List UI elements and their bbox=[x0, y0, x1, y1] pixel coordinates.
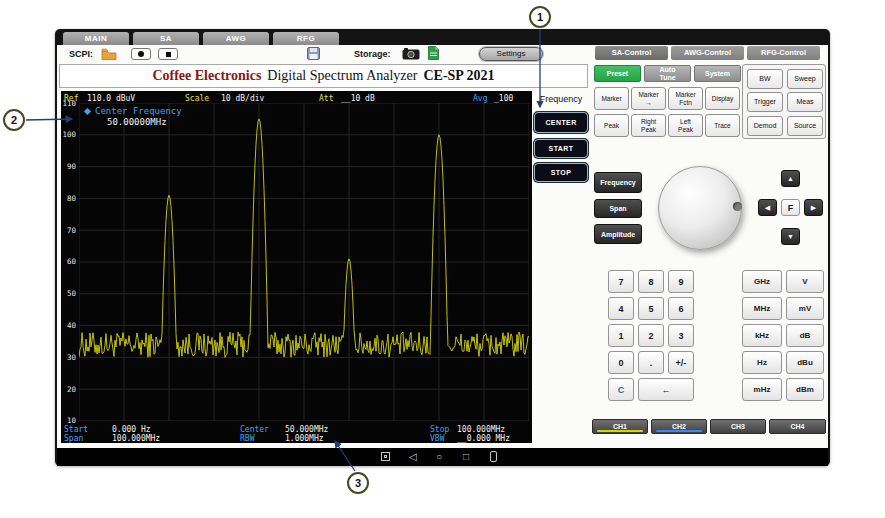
trace-button[interactable]: Trace bbox=[705, 114, 740, 137]
storage-label: Storage: bbox=[354, 49, 391, 59]
tab-awg[interactable]: AWG bbox=[203, 32, 269, 45]
export-csv-button[interactable] bbox=[428, 46, 439, 60]
marker-to-button[interactable]: Marker → bbox=[631, 87, 666, 110]
preset-button[interactable]: Preset bbox=[594, 65, 641, 82]
marker-button[interactable]: Marker bbox=[594, 87, 629, 110]
open-folder-button[interactable] bbox=[101, 47, 117, 60]
system-button[interactable]: System bbox=[694, 65, 741, 82]
center-label: Center bbox=[240, 425, 269, 434]
unit-dbm-button[interactable]: dBm bbox=[786, 378, 824, 401]
ref-value: 110.0 dBuV bbox=[87, 94, 135, 103]
home-icon[interactable]: ○ bbox=[436, 451, 442, 463]
center-frequency-button[interactable]: CENTER bbox=[534, 112, 588, 133]
title-bar: Coffee ElectronicsDigital Spectrum Analy… bbox=[59, 64, 588, 88]
key-2[interactable]: 2 bbox=[638, 324, 664, 347]
unit-dbu-button[interactable]: dBu bbox=[786, 351, 824, 374]
bw-button[interactable]: BW bbox=[747, 69, 783, 89]
save-button[interactable] bbox=[307, 47, 320, 60]
right-arrow-button[interactable]: ▶ bbox=[804, 199, 823, 216]
down-arrow-button[interactable]: ▼ bbox=[781, 228, 800, 245]
right-peak-button[interactable]: Right Peak bbox=[631, 114, 666, 137]
channel-3-button[interactable]: CH3 bbox=[710, 419, 766, 434]
unit-khz-button[interactable]: kHz bbox=[742, 324, 782, 347]
vbw-value: __0.000 MHz bbox=[457, 434, 510, 443]
tab-sa-control[interactable]: SA-Control bbox=[595, 46, 668, 60]
y-tick: 50 bbox=[61, 289, 76, 298]
record-button[interactable] bbox=[131, 48, 151, 60]
key-9[interactable]: 9 bbox=[668, 270, 694, 293]
sweep-button[interactable]: Sweep bbox=[787, 69, 823, 89]
ch1-active-indicator bbox=[597, 430, 643, 432]
source-button[interactable]: Source bbox=[787, 116, 823, 136]
peak-button[interactable]: Peak bbox=[594, 114, 629, 137]
y-tick: 100 bbox=[61, 130, 76, 139]
stop-label: Stop bbox=[430, 425, 449, 434]
stop-frequency-button[interactable]: STOP bbox=[534, 163, 588, 182]
screenshot-icon[interactable] bbox=[381, 452, 390, 461]
camera-icon bbox=[402, 48, 420, 60]
y-tick: 110 bbox=[61, 99, 76, 108]
marker-readout-value: 50.00000MHz bbox=[107, 117, 167, 127]
back-icon[interactable]: ◁ bbox=[409, 451, 417, 463]
auto-tune-button[interactable]: Auto Tune bbox=[644, 65, 691, 82]
tab-rfg[interactable]: RFG bbox=[273, 32, 339, 45]
unit-mv-button[interactable]: mV bbox=[786, 297, 824, 320]
start-frequency-button[interactable]: START bbox=[534, 139, 588, 158]
recents-icon[interactable]: □ bbox=[463, 451, 469, 463]
channel-2-button[interactable]: CH2 bbox=[651, 419, 707, 434]
key-5[interactable]: 5 bbox=[638, 297, 664, 320]
display-button[interactable]: Display bbox=[705, 87, 740, 110]
unit-mhz-button[interactable]: MHz bbox=[742, 297, 782, 320]
y-tick: 30 bbox=[61, 353, 76, 362]
key-plus-minus[interactable]: +/- bbox=[668, 351, 694, 374]
tab-sa[interactable]: SA bbox=[133, 32, 199, 45]
key-7[interactable]: 7 bbox=[608, 270, 634, 293]
unit-ghz-button[interactable]: GHz bbox=[742, 270, 782, 293]
tab-rfg-control[interactable]: RFG-Control bbox=[747, 46, 820, 60]
left-peak-button[interactable]: Left Peak bbox=[668, 114, 703, 137]
channel-1-button[interactable]: CH1 bbox=[592, 419, 648, 434]
rotary-knob[interactable] bbox=[658, 166, 742, 250]
channel-1-label: CH1 bbox=[613, 423, 627, 430]
f-key-button[interactable]: F bbox=[781, 199, 800, 216]
trigger-button[interactable]: Trigger bbox=[747, 92, 783, 112]
clear-key[interactable]: C bbox=[608, 378, 634, 401]
tab-awg-control[interactable]: AWG-Control bbox=[671, 46, 744, 60]
callout-3: 3 bbox=[347, 472, 369, 494]
up-arrow-button[interactable]: ▲ bbox=[781, 170, 800, 187]
unit-v-button[interactable]: V bbox=[786, 270, 824, 293]
key-4[interactable]: 4 bbox=[608, 297, 634, 320]
demod-button[interactable]: Demod bbox=[747, 116, 783, 136]
tab-main[interactable]: MAIN bbox=[63, 32, 129, 45]
unit-db-button[interactable]: dB bbox=[786, 324, 824, 347]
settings-button[interactable]: Settings bbox=[479, 47, 543, 61]
rbw-label: RBW bbox=[240, 434, 254, 443]
frequency-mode-button[interactable]: Frequency bbox=[594, 172, 642, 193]
key-1[interactable]: 1 bbox=[608, 324, 634, 347]
meas-button[interactable]: Meas bbox=[787, 92, 823, 112]
span-mode-button[interactable]: Span bbox=[594, 199, 642, 218]
marker-fctn-button[interactable]: Marker Fctn bbox=[668, 87, 703, 110]
key-6[interactable]: 6 bbox=[668, 297, 694, 320]
start-label: Start bbox=[64, 425, 88, 434]
amplitude-mode-button[interactable]: Amplitude bbox=[594, 224, 642, 244]
key-3[interactable]: 3 bbox=[668, 324, 694, 347]
app-area: SCPI: Storage: bbox=[57, 45, 828, 448]
stop-record-button[interactable] bbox=[158, 48, 178, 60]
screenshot-capture-button[interactable] bbox=[402, 48, 420, 60]
unit-hz-button[interactable]: Hz bbox=[742, 351, 782, 374]
att-value: __10 dB bbox=[341, 94, 375, 103]
channel-4-button[interactable]: CH4 bbox=[769, 419, 826, 434]
key-0[interactable]: 0 bbox=[608, 351, 634, 374]
device-icon[interactable] bbox=[490, 451, 497, 462]
spectrum-display: Ref 110.0 dBuV Scale 10 dB/div Att __10 … bbox=[61, 91, 532, 443]
rbw-value: 1.000MHz bbox=[285, 434, 324, 443]
tablet-frame: MAIN SA AWG RFG SCPI: bbox=[55, 29, 830, 466]
backspace-key[interactable]: ← bbox=[638, 378, 694, 401]
left-arrow-button[interactable]: ◀ bbox=[758, 199, 777, 216]
floppy-save-icon bbox=[307, 47, 320, 60]
y-tick: 90 bbox=[61, 162, 76, 171]
key-8[interactable]: 8 bbox=[638, 270, 664, 293]
unit-mhz-milli-button[interactable]: mHz bbox=[742, 378, 782, 401]
key-decimal[interactable]: . bbox=[638, 351, 664, 374]
